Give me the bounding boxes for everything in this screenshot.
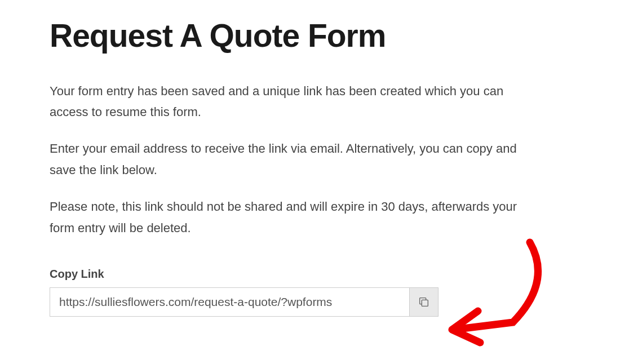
email-instruction: Enter your email address to receive the … bbox=[50, 138, 528, 180]
svg-rect-0 bbox=[422, 300, 428, 306]
copy-link-section: Copy Link bbox=[50, 268, 528, 317]
saved-message: Your form entry has been saved and a uni… bbox=[50, 81, 528, 123]
page-title: Request A Quote Form bbox=[50, 18, 528, 54]
copy-icon bbox=[418, 296, 430, 308]
copy-link-input[interactable] bbox=[50, 287, 409, 317]
copy-button[interactable] bbox=[409, 287, 438, 317]
copy-link-row bbox=[50, 287, 438, 317]
copy-link-label: Copy Link bbox=[50, 268, 528, 281]
expire-notice: Please note, this link should not be sha… bbox=[50, 196, 528, 238]
